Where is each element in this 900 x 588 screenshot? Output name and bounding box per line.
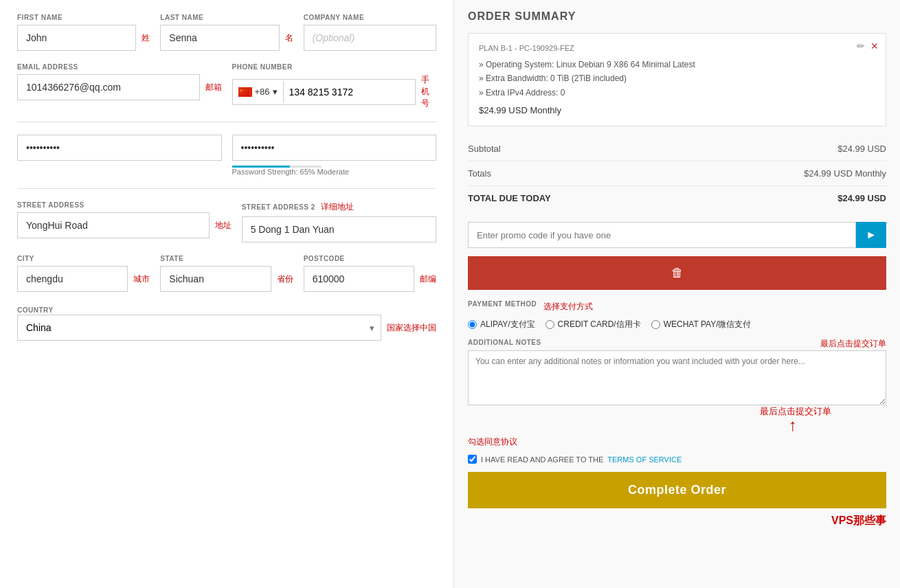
trash-button[interactable]: 🗑 xyxy=(468,256,886,290)
trash-icon: 🗑 xyxy=(671,266,684,280)
city-annotation: 城市 xyxy=(133,273,150,285)
credit-radio[interactable] xyxy=(545,320,554,329)
plan-price: $24.99 USD Monthly xyxy=(479,105,875,115)
postcode-group: POSTCODE 邮编 xyxy=(304,255,436,292)
phone-input-group: 🇨🇳 +86 ▾ xyxy=(232,79,416,105)
password-row: Password Strength: 65% Moderate xyxy=(17,135,436,176)
country-row: COUNTRY China ▾ 国家选择中国 xyxy=(17,304,436,341)
phone-flag-selector[interactable]: 🇨🇳 +86 ▾ xyxy=(233,81,284,102)
plan-detail-bandwidth: » Extra Bandwidth: 0 TiB (2TiB included) xyxy=(479,71,875,85)
postcode-label: POSTCODE xyxy=(304,255,436,262)
divider-2 xyxy=(17,188,436,189)
phone-label: PHONE NUMBER xyxy=(232,63,437,71)
last-name-input[interactable] xyxy=(160,25,279,51)
last-name-label: LAST NAME xyxy=(160,14,293,21)
totals-value: $24.99 USD Monthly xyxy=(804,168,886,179)
strength-bar xyxy=(232,166,322,168)
alipay-radio[interactable] xyxy=(468,320,477,329)
phone-wrapper: 🇨🇳 +86 ▾ 手机号 xyxy=(232,74,437,109)
first-name-annotation: 姓 xyxy=(142,32,150,44)
complete-order-button[interactable]: Complete Order xyxy=(468,472,886,508)
notes-textarea[interactable] xyxy=(468,350,886,405)
china-flag-icon: 🇨🇳 xyxy=(238,87,252,97)
last-name-group: LAST NAME 名 xyxy=(160,14,293,51)
state-wrapper: 省份 xyxy=(160,266,293,292)
total-due-row: TOTAL DUE TODAY $24.99 USD xyxy=(468,186,886,214)
street-row: STREET ADDRESS 地址 STREET ADDRESS 2 详细地址 xyxy=(17,201,436,242)
country-wrapper: China ▾ 国家选择中国 xyxy=(17,315,436,341)
password2-group: Password Strength: 65% Moderate xyxy=(232,135,437,176)
phone-annotation: 手机号 xyxy=(421,74,436,109)
last-name-annotation: 名 xyxy=(285,32,293,44)
state-label: STATE xyxy=(160,255,293,262)
postcode-annotation: 邮编 xyxy=(420,273,436,285)
state-annotation: 省份 xyxy=(277,273,293,285)
payment-options: ALIPAY/支付宝 CREDIT CARD/信用卡 WECHAT PAY/微信… xyxy=(468,319,886,330)
totals-row: Totals $24.99 USD Monthly xyxy=(468,161,886,186)
left-panel: FIRST NAME 姓 LAST NAME 名 COMPANY NAME xyxy=(0,0,453,588)
plan-detail-os: » Operating System: Linux Debian 9 X86 6… xyxy=(479,58,875,71)
last-name-wrapper: 名 xyxy=(160,25,293,51)
email-annotation: 邮箱 xyxy=(205,82,222,93)
password-input[interactable] xyxy=(17,135,222,161)
payment-method-label: PAYMENT METHOD xyxy=(468,300,537,308)
street-address2-input[interactable] xyxy=(242,216,436,242)
country-select-wrapper: China ▾ xyxy=(17,315,381,341)
payment-option-wechat[interactable]: WECHAT PAY/微信支付 xyxy=(651,319,752,330)
right-panel: ORDER SUMMARY ✏ ✕ PLAN B-1 - PC-190929-F… xyxy=(453,0,900,588)
promo-submit-button[interactable]: ► xyxy=(856,222,886,248)
edit-icon[interactable]: ✏ xyxy=(857,41,865,52)
first-name-label: FIRST NAME xyxy=(17,14,150,21)
company-name-label: COMPANY NAME xyxy=(304,14,436,21)
email-input[interactable] xyxy=(17,74,200,100)
company-name-input[interactable] xyxy=(304,25,436,51)
credit-label: CREDIT CARD/信用卡 xyxy=(558,319,641,330)
wechat-radio[interactable] xyxy=(651,320,660,329)
total-due-value: $24.99 USD xyxy=(837,193,886,203)
strength-fill xyxy=(232,166,291,168)
tos-checkbox-row: I HAVE READ AND AGREE TO THE TERMS OF SE… xyxy=(468,455,886,464)
totals-label: Totals xyxy=(468,168,491,179)
country-annotation: 国家选择中国 xyxy=(387,322,436,334)
tos-checkbox[interactable] xyxy=(468,455,477,464)
city-wrapper: 城市 xyxy=(17,266,150,292)
wechat-label: WECHAT PAY/微信支付 xyxy=(664,319,752,330)
annotation-arrow-area: 最后点击提交订单 ↑ xyxy=(468,416,886,436)
name-row: FIRST NAME 姓 LAST NAME 名 COMPANY NAME xyxy=(17,14,436,51)
city-group: CITY 城市 xyxy=(17,255,150,292)
alipay-label: ALIPAY/支付宝 xyxy=(480,319,535,330)
password-confirm-input[interactable] xyxy=(232,135,437,161)
first-name-wrapper: 姓 xyxy=(17,25,150,51)
city-input[interactable] xyxy=(17,266,128,292)
strength-label: Password Strength: 65% Moderate xyxy=(232,168,350,176)
total-due-label: TOTAL DUE TODAY xyxy=(468,193,551,203)
order-summary-title: ORDER SUMMARY xyxy=(468,10,886,23)
street-address2-annotation: 详细地址 xyxy=(321,201,354,213)
payment-option-credit[interactable]: CREDIT CARD/信用卡 xyxy=(545,319,641,330)
payment-option-alipay[interactable]: ALIPAY/支付宝 xyxy=(468,319,535,330)
street-address-group: STREET ADDRESS 地址 xyxy=(17,201,232,242)
street-address-annotation: 地址 xyxy=(215,220,232,231)
subtotal-row: Subtotal $24.99 USD xyxy=(468,137,886,161)
delete-order-icon[interactable]: ✕ xyxy=(870,41,879,52)
submit-annotation: 最后点击提交订单 xyxy=(820,338,886,350)
city-label: CITY xyxy=(17,255,150,262)
plan-detail-ipv4: » Extra IPv4 Address: 0 xyxy=(479,86,875,100)
postcode-input[interactable] xyxy=(304,266,414,292)
country-select[interactable]: China xyxy=(17,315,381,341)
payment-section: PAYMENT METHOD 选择支付方式 ALIPAY/支付宝 CREDIT … xyxy=(468,300,886,330)
phone-number-input[interactable] xyxy=(284,80,415,104)
country-label: COUNTRY xyxy=(17,306,54,314)
watermark: VPS那些事 xyxy=(468,514,886,528)
tos-link[interactable]: TERMS OF SERVICE xyxy=(607,455,682,464)
promo-code-input[interactable] xyxy=(468,222,856,248)
notes-wrapper: 最后点击提交订单 xyxy=(468,350,886,407)
first-name-input[interactable] xyxy=(17,25,136,51)
phone-dropdown-arrow[interactable]: ▾ xyxy=(273,87,278,97)
street-address2-label: STREET ADDRESS 2 xyxy=(242,203,315,211)
street-address-input[interactable] xyxy=(17,212,210,238)
plan-name: PLAN B-1 - PC-190929-FEZ xyxy=(479,44,875,52)
payment-method-annotation: 选择支付方式 xyxy=(543,301,593,313)
state-input[interactable] xyxy=(160,266,271,292)
street-address2-group: STREET ADDRESS 2 详细地址 xyxy=(242,201,436,242)
